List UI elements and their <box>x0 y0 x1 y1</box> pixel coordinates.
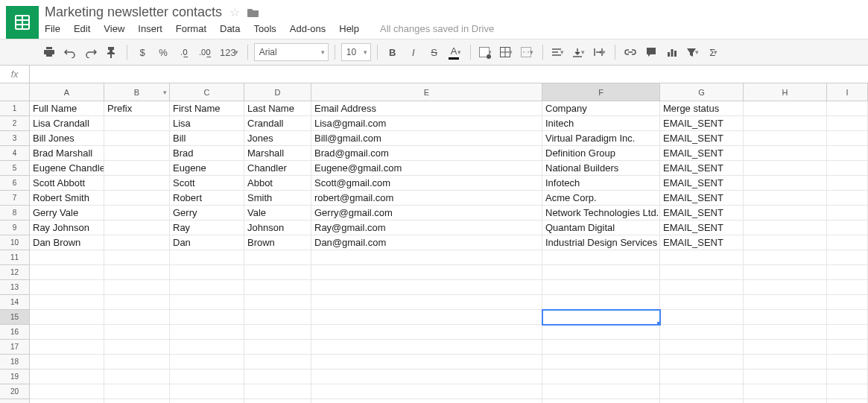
cell[interactable] <box>30 325 104 340</box>
menu-tools[interactable]: Tools <box>253 23 276 34</box>
increase-decimal-icon[interactable]: .00̲ <box>196 43 214 61</box>
cell[interactable] <box>660 369 744 384</box>
fill-color-icon[interactable]: ▾ <box>477 43 495 61</box>
cell[interactable]: Initech <box>542 116 660 131</box>
row-header[interactable]: 12 <box>0 265 30 280</box>
cell[interactable] <box>744 146 827 161</box>
folder-icon[interactable] <box>247 7 259 18</box>
cell[interactable] <box>104 265 170 280</box>
cell[interactable] <box>542 369 660 384</box>
cell[interactable] <box>244 295 311 310</box>
cell[interactable] <box>30 250 104 265</box>
cell[interactable]: Dan@gmail.com <box>311 235 542 250</box>
cell[interactable] <box>660 295 744 310</box>
cell[interactable] <box>104 220 170 235</box>
cell[interactable] <box>827 369 868 384</box>
cell[interactable] <box>30 369 104 384</box>
cell[interactable] <box>30 265 104 280</box>
cell[interactable]: Smith <box>244 191 311 206</box>
cell[interactable]: Brown <box>244 235 311 250</box>
cell[interactable] <box>660 310 744 325</box>
row-header[interactable]: 17 <box>0 340 30 355</box>
cell[interactable] <box>244 384 311 399</box>
cell[interactable] <box>311 265 542 280</box>
cell[interactable]: Scott@gmail.com <box>311 176 542 191</box>
paint-format-icon[interactable] <box>103 43 121 61</box>
cell[interactable] <box>744 384 827 399</box>
cell[interactable] <box>542 250 660 265</box>
cell[interactable] <box>542 399 660 403</box>
cell[interactable]: EMAIL_SENT <box>660 176 744 191</box>
cell[interactable] <box>827 295 868 310</box>
cell[interactable]: Chandler <box>244 161 311 176</box>
cell[interactable] <box>660 280 744 295</box>
more-formats-button[interactable]: 123▾ <box>217 43 241 61</box>
text-wrap-icon[interactable]: ▾ <box>591 43 609 61</box>
cell[interactable] <box>30 355 104 369</box>
cell[interactable]: Jones <box>244 131 311 146</box>
cell[interactable] <box>244 399 311 403</box>
cell[interactable]: Gerry <box>170 206 244 220</box>
cell[interactable]: Dan <box>170 235 244 250</box>
menu-view[interactable]: View <box>104 23 124 34</box>
cell[interactable] <box>827 280 868 295</box>
cell[interactable] <box>30 280 104 295</box>
cell[interactable] <box>170 325 244 340</box>
cell[interactable]: Dan Brown <box>30 235 104 250</box>
column-header-E[interactable]: E <box>311 83 542 101</box>
functions-icon[interactable]: Σ▾ <box>705 43 723 61</box>
cell[interactable] <box>311 384 542 399</box>
cell[interactable] <box>104 340 170 355</box>
cell[interactable]: robert@gmail.com <box>311 191 542 206</box>
horizontal-align-icon[interactable]: ▾ <box>549 43 567 61</box>
column-header-A[interactable]: A <box>30 83 104 101</box>
cell[interactable]: EMAIL_SENT <box>660 161 744 176</box>
vertical-align-icon[interactable]: ▾ <box>570 43 588 61</box>
menu-insert[interactable]: Insert <box>138 23 162 34</box>
column-header-H[interactable]: H <box>744 83 827 101</box>
cell[interactable] <box>170 310 244 325</box>
cell[interactable] <box>170 280 244 295</box>
cell[interactable] <box>104 116 170 131</box>
cell[interactable] <box>744 131 827 146</box>
cell[interactable] <box>744 399 827 403</box>
percent-icon[interactable]: % <box>154 43 172 61</box>
font-select[interactable]: Arial <box>254 43 329 61</box>
cell[interactable] <box>827 131 868 146</box>
sheets-logo[interactable] <box>6 6 39 39</box>
cell[interactable]: EMAIL_SENT <box>660 235 744 250</box>
menu-file[interactable]: File <box>45 23 60 34</box>
cell[interactable] <box>311 310 542 325</box>
column-header-G[interactable]: G <box>660 83 744 101</box>
bold-icon[interactable]: B <box>384 43 402 61</box>
cell[interactable] <box>744 235 827 250</box>
menu-format[interactable]: Format <box>176 23 206 34</box>
cell[interactable] <box>104 235 170 250</box>
cell[interactable]: Gerry Vale <box>30 206 104 220</box>
insert-comment-icon[interactable] <box>642 43 660 61</box>
column-header-I[interactable]: I <box>827 83 868 101</box>
cell[interactable] <box>311 340 542 355</box>
cell[interactable] <box>170 384 244 399</box>
cell[interactable] <box>827 250 868 265</box>
cell[interactable] <box>104 280 170 295</box>
row-header[interactable]: 8 <box>0 206 30 220</box>
cell[interactable] <box>104 325 170 340</box>
cell[interactable] <box>827 101 868 116</box>
cell[interactable]: Eugene <box>170 161 244 176</box>
cell[interactable]: EMAIL_SENT <box>660 131 744 146</box>
insert-link-icon[interactable] <box>621 43 639 61</box>
cell[interactable] <box>542 295 660 310</box>
row-header[interactable]: 9 <box>0 220 30 235</box>
cell[interactable] <box>244 355 311 369</box>
cell[interactable] <box>827 384 868 399</box>
cell[interactable] <box>744 369 827 384</box>
cell[interactable]: Vale <box>244 206 311 220</box>
cell[interactable] <box>827 116 868 131</box>
cell[interactable]: Lisa@gmail.com <box>311 116 542 131</box>
cell[interactable] <box>744 176 827 191</box>
cell[interactable] <box>244 369 311 384</box>
row-header[interactable]: 5 <box>0 161 30 176</box>
cell[interactable]: Industrial Design Services <box>542 235 660 250</box>
row-header[interactable]: 16 <box>0 325 30 340</box>
